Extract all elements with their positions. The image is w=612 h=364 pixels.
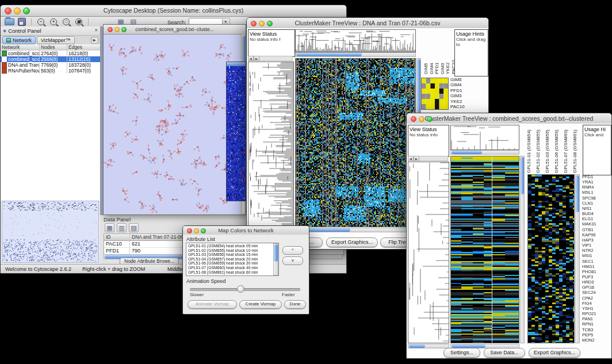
tree-hscrollbar-small[interactable]: ◀ ▶ (408, 156, 448, 161)
gene-label[interactable]: NIS1 (582, 206, 610, 211)
gene-label[interactable]: PHO81 (582, 269, 610, 274)
gene-label[interactable]: CPA2 (582, 296, 610, 301)
minimize-window-button[interactable] (14, 7, 21, 14)
zoom-column-label[interactable]: GIM4 (429, 29, 435, 74)
column-nodes[interactable]: Nodes (40, 44, 67, 51)
attribute-list-item[interactable]: GPL51-04 (GSM857) heat shock 20 min (187, 257, 273, 262)
gene-label[interactable]: MON2 (582, 338, 610, 343)
animate-vizmap-button[interactable]: Animate Vizmap (188, 300, 237, 309)
array-dendrogram-canvas[interactable] (450, 125, 519, 150)
zoom-column-label[interactable]: GIM5 (423, 29, 429, 74)
zoom-row-label[interactable]: YKE2 (450, 99, 477, 104)
heatmap-vscrollbar[interactable] (520, 156, 525, 343)
gene-label[interactable]: HMG1 (582, 264, 610, 269)
gene-label[interactable]: MSI1 (582, 253, 610, 258)
gene-label[interactable]: PAN1 (582, 316, 610, 321)
zoom-row-label[interactable]: PAC10 (450, 104, 477, 109)
maximize-window-button[interactable] (427, 116, 433, 122)
network-view2-titlebar[interactable] (227, 62, 246, 66)
treeview1-titlebar[interactable]: ClusterMaker TreeView : DNA and Tran 07-… (247, 18, 488, 29)
gene-label[interactable]: FIG4 (582, 301, 610, 306)
zoom-row-label[interactable]: GIM5 (450, 77, 477, 82)
network-list-row[interactable]: combined_sco 2569(8) 13112(15) (1, 56, 100, 62)
dropdown-arrow-icon[interactable]: ▼ (222, 19, 229, 25)
close-window-button[interactable] (251, 21, 257, 26)
attribute-list[interactable]: GPL51-01 (GSM854) heat shock 05 minGPL51… (187, 244, 273, 275)
network2-canvas[interactable] (227, 66, 246, 201)
tree-hscrollbar-small[interactable]: ◀ ▶ (248, 56, 293, 61)
frame-maximize-button[interactable] (121, 27, 127, 32)
scroll-left-icon[interactable]: ◀ (248, 56, 254, 61)
network-overview-thumbnail[interactable] (2, 201, 99, 263)
save-session-button[interactable] (17, 18, 27, 26)
close-panel-icon[interactable]: × (94, 27, 98, 33)
gene-dendrogram-canvas[interactable] (408, 162, 449, 343)
gene-tree-hscrollbar[interactable] (408, 344, 449, 348)
zoom-row-label[interactable]: GIM4 (450, 82, 477, 87)
gene-dendrogram-canvas[interactable] (248, 62, 294, 227)
tab-overflow-button[interactable]: ▶ (91, 37, 98, 44)
tab-network[interactable]: Network (2, 36, 36, 44)
zoom-in-button[interactable]: + (48, 18, 59, 26)
column-edges[interactable]: Edges (67, 44, 99, 51)
zoom-column-label[interactable]: GIM3 (440, 29, 446, 74)
zoom-row-label[interactable]: PFD1 (450, 88, 477, 93)
done-button[interactable]: Done (284, 300, 306, 309)
network-list-row[interactable]: RNAPuberNov2+ 563(0) 107847(0) (1, 68, 100, 74)
network-canvas[interactable] (104, 35, 240, 214)
gene-label[interactable]: YSH1 (582, 306, 610, 311)
select-attributes-button[interactable]: ▦ (105, 223, 114, 232)
attribute-list-item[interactable]: GPL51-07 (GSM860) heat shock 40 min (187, 266, 273, 270)
minimize-window-button[interactable] (259, 21, 265, 26)
scroll-right-icon[interactable]: ▶ (414, 156, 419, 161)
dialog-titlebar[interactable]: Map Colors to Network (183, 226, 309, 235)
scroll-left-icon[interactable]: ◀ (408, 156, 414, 161)
zoom-column-label[interactable]: GPL51-07 (GSM860) (563, 125, 572, 173)
gene-label[interactable]: RNR4 (582, 185, 610, 190)
column-id[interactable]: ID (104, 234, 130, 240)
gene-label[interactable]: SEC24 (582, 290, 610, 295)
zoom-column-label[interactable]: GPL51-02 (GSM855) (536, 125, 545, 173)
zoom-heatmap-canvas[interactable] (527, 174, 575, 343)
minimize-window-button[interactable] (419, 116, 424, 122)
zoom-vscrollbar[interactable] (575, 174, 580, 343)
save-data-button[interactable]: Save Data... (484, 348, 525, 358)
zoom-row-label[interactable]: GIM3 (450, 93, 477, 98)
close-window-button[interactable] (411, 116, 416, 122)
scroll-right-icon[interactable]: ▶ (254, 56, 259, 61)
create-vizmap-button[interactable]: Create Vizmap (239, 300, 282, 309)
array-tree-hscrollbar[interactable] (295, 52, 416, 57)
array-tree-hscrollbar[interactable] (450, 150, 519, 155)
frame-close-button[interactable] (108, 27, 113, 32)
zoom-heatmap-canvas[interactable] (421, 78, 449, 110)
zoom-selected-button[interactable]: ▣ (74, 18, 84, 26)
maximize-window-button[interactable] (23, 7, 30, 14)
attribute-list-item[interactable]: GPL51-08 (GSM861) heat shock 60 min (187, 270, 273, 275)
tab-vizmapper[interactable]: VizMapper™ (37, 36, 75, 44)
close-window-button[interactable] (5, 7, 12, 14)
maximize-window-button[interactable] (267, 21, 273, 26)
heatmap-canvas[interactable] (450, 156, 519, 343)
gene-label[interactable]: RPO21 (582, 311, 610, 316)
slider-thumb[interactable] (237, 285, 244, 293)
network-list-row[interactable]: DNA and Tran 07 7769(0) 183728(0) (1, 62, 100, 68)
gene-label[interactable]: PEP5 (582, 332, 610, 338)
array-dendrogram-canvas[interactable] (295, 29, 416, 52)
attribute-functions-button[interactable]: ▥ (117, 223, 127, 232)
maximize-window-button[interactable] (201, 228, 206, 233)
zoom-column-label[interactable]: PFD1 (434, 29, 440, 74)
gene-label[interactable]: KAP95 (582, 232, 610, 237)
export-graphics-button[interactable]: Export Graphics... (529, 348, 580, 358)
gene-label[interactable]: MAK31 (582, 221, 610, 227)
gene-label[interactable]: BUD4 (582, 211, 610, 216)
gene-label[interactable]: HRD3 (582, 279, 610, 285)
attribute-list-item[interactable]: GPL51-01 (GSM854) heat shock 05 min (187, 244, 273, 248)
gene-label[interactable]: HAP3 (582, 237, 610, 243)
heatmap-hscrollbar[interactable] (295, 228, 416, 232)
minimize-window-button[interactable] (194, 228, 199, 233)
gene-label[interactable]: ELG1 (582, 216, 610, 221)
main-window-titlebar[interactable]: Cytoscape Desktop (Session Name: collins… (1, 5, 346, 17)
gene-label[interactable]: PFD1 (582, 174, 610, 179)
network-view-titlebar[interactable]: combined_scores_good.txt--cluste... (104, 25, 246, 35)
gene-label[interactable]: NTR2 (582, 248, 610, 253)
